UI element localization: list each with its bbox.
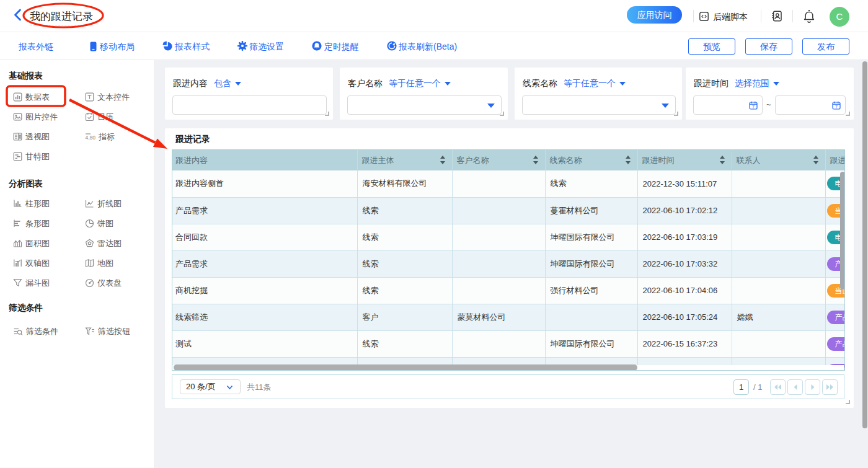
svg-text:7: 7: [835, 105, 838, 109]
svg-text:7: 7: [752, 105, 755, 109]
svg-text:4,80: 4,80: [86, 135, 96, 141]
